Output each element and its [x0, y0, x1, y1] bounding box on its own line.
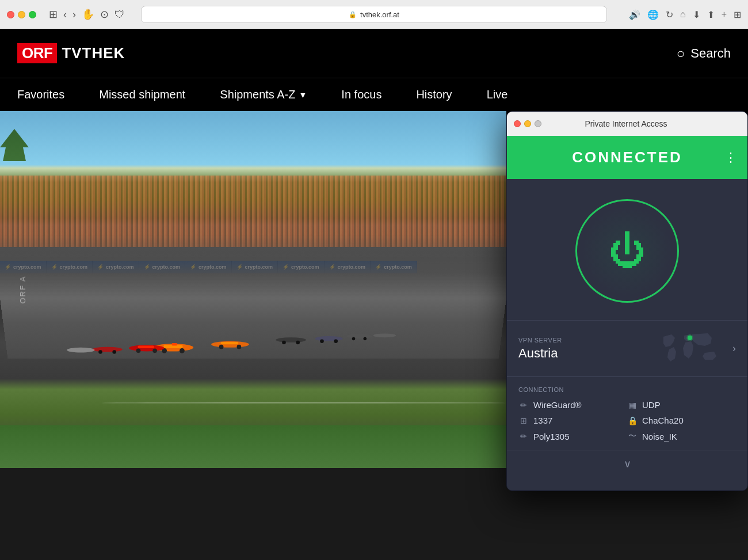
svg-point-18 [334, 339, 338, 343]
svg-point-21 [364, 337, 367, 340]
svg-point-12 [153, 348, 158, 353]
reader-icon[interactable]: ⊙ [100, 8, 109, 21]
nav-item-history[interactable]: History [399, 78, 469, 112]
nav-item-shipments-az[interactable]: Shipments A-Z ▼ [203, 78, 324, 112]
translate-icon[interactable]: 🌐 [647, 9, 659, 20]
svg-point-3 [180, 348, 185, 353]
orf-logo[interactable]: ORF TVTHEK [17, 43, 125, 63]
shield-icon: 🛡 [115, 9, 125, 21]
lock-icon: 🔒 [349, 11, 357, 18]
svg-point-14 [283, 340, 287, 344]
noise-icon: 〜 [627, 431, 638, 441]
search-button[interactable]: ○ Search [677, 45, 731, 62]
svg-point-22 [373, 333, 396, 337]
tabs-icon[interactable]: ⊞ [734, 9, 741, 20]
pia-connection-section: CONNECTION ✏ WireGuard® ▦ UDP ⊞ [507, 376, 747, 451]
nav-item-missed-shipment[interactable]: Missed shipment [82, 78, 203, 112]
pia-handshake-label: Poly1305 [533, 432, 570, 441]
pia-transport-item: ▦ UDP [627, 400, 736, 410]
pia-power-button[interactable]: ⏻ [575, 199, 679, 303]
back-icon[interactable]: ‹ [63, 9, 67, 21]
nav-item-live[interactable]: Live [470, 78, 525, 112]
pia-connected-label: CONNECTED [572, 148, 682, 166]
sidebar-toggle-icon[interactable]: ⊞ [49, 8, 58, 21]
orf-box-label: ORF [17, 43, 57, 63]
transport-icon: ▦ [627, 401, 638, 410]
orf-watermark: ORF A [18, 275, 27, 303]
url-bar[interactable]: 🔒 tvthek.orf.at [141, 6, 607, 23]
pia-handshake-item: ✏ Poly1305 [518, 431, 627, 441]
svg-point-29 [686, 334, 693, 341]
pia-noise-label: Noise_IK [642, 432, 677, 441]
audio-icon[interactable]: 🔊 [629, 9, 640, 20]
svg-point-25 [113, 350, 117, 354]
port-icon: ⊞ [518, 416, 529, 425]
pia-scroll-down[interactable]: ∨ [507, 451, 747, 477]
pia-server-info: VPN SERVER Austria [518, 337, 659, 361]
power-icon: ⏻ [609, 233, 646, 269]
pia-connected-bar[interactable]: CONNECTED ⋮ [507, 136, 747, 179]
svg-point-16 [315, 336, 343, 341]
svg-point-23 [93, 346, 123, 352]
video-player[interactable]: ⚡ crypto.com ⚡ crypto.com ⚡ crypto.com ⚡… [0, 111, 506, 468]
pia-port-label: 1337 [533, 416, 552, 425]
tree [0, 129, 29, 175]
titlebar: ⊞ ‹ › ✋ ⊙ 🛡 🔒 tvthek.orf.at 🔊 🌐 ↻ ⌂ ⬇ ⬆ … [0, 0, 748, 29]
pia-protocol-item: ✏ WireGuard® [518, 400, 627, 410]
minimize-button[interactable] [18, 11, 25, 18]
world-map-svg [659, 330, 722, 367]
pia-connection-grid: ✏ WireGuard® ▦ UDP ⊞ 1337 🔒 [518, 400, 736, 441]
nav-item-in-focus[interactable]: In focus [324, 78, 399, 112]
svg-point-7 [219, 344, 224, 349]
pia-titlebar: Private Internet Access [507, 112, 747, 136]
pia-transport-label: UDP [642, 400, 661, 410]
maximize-button[interactable] [29, 11, 36, 18]
video-frame: ⚡ crypto.com ⚡ crypto.com ⚡ crypto.com ⚡… [0, 111, 506, 468]
cipher-icon: 🔒 [627, 416, 638, 425]
pia-cipher-label: ChaCha20 [642, 416, 684, 425]
pia-port-item: ⊞ 1337 [518, 416, 627, 425]
svg-rect-10 [138, 345, 155, 348]
svg-point-11 [136, 348, 141, 353]
pia-popup: Private Internet Access CONNECTED ⋮ ⏻ VP… [506, 111, 748, 491]
pia-world-map [659, 330, 722, 367]
handoff-icon: ✋ [82, 8, 94, 21]
pia-title: Private Internet Access [512, 119, 741, 128]
svg-rect-4 [172, 343, 177, 345]
pia-vpn-server-value: Austria [518, 346, 659, 361]
pia-protocol-label: WireGuard® [533, 400, 582, 410]
svg-point-8 [237, 344, 242, 349]
search-icon: ○ [677, 45, 685, 62]
racing-line [101, 402, 506, 403]
home-icon[interactable]: ⌂ [680, 9, 686, 20]
svg-point-15 [296, 340, 300, 344]
dropdown-arrow-icon: ▼ [299, 90, 307, 100]
pia-vpn-server-label: VPN SERVER [518, 337, 659, 344]
traffic-lights [7, 11, 36, 18]
svg-rect-6 [221, 342, 239, 344]
orf-content: ⚡ crypto.com ⚡ crypto.com ⚡ crypto.com ⚡… [0, 111, 748, 468]
orf-website: ORF TVTHEK ○ Search Favorites Missed shi… [0, 29, 748, 468]
nav-item-favorites[interactable]: Favorites [17, 78, 82, 112]
svg-point-19 [347, 333, 372, 338]
f1-cars-svg [40, 283, 420, 390]
svg-point-17 [320, 339, 325, 343]
pia-vpn-server-section[interactable]: VPN SERVER Austria [507, 320, 747, 376]
browser-nav: ⊞ ‹ › ✋ ⊙ 🛡 [49, 8, 125, 21]
svg-point-26 [67, 347, 95, 352]
forward-icon[interactable]: › [72, 9, 76, 21]
titlebar-right-controls: 🔊 🌐 ↻ ⌂ ⬇ ⬆ + ⊞ [629, 9, 741, 20]
share-icon[interactable]: ⬆ [707, 9, 715, 20]
url-text: tvthek.orf.at [360, 10, 399, 19]
pia-noise-item: 〜 Noise_IK [627, 431, 736, 441]
chevron-down-icon: ∨ [624, 458, 631, 470]
refresh-icon[interactable]: ↻ [666, 9, 673, 20]
download-icon[interactable]: ⬇ [693, 9, 700, 20]
protocol-icon: ✏ [518, 401, 529, 410]
new-tab-icon[interactable]: + [722, 9, 727, 20]
grass-near [0, 425, 506, 468]
pia-menu-button[interactable]: ⋮ [724, 150, 737, 165]
pia-connection-label: CONNECTION [518, 386, 736, 393]
close-button[interactable] [7, 11, 14, 18]
search-label: Search [690, 46, 731, 61]
